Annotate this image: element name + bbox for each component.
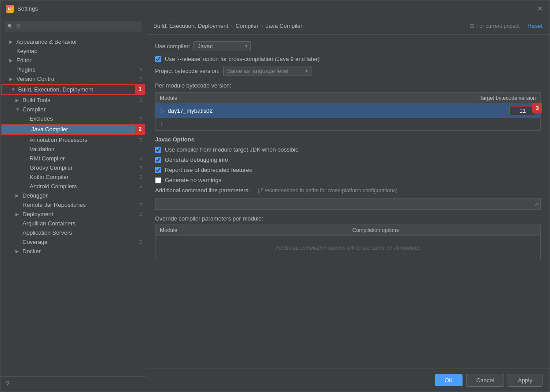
bytecode-version-label: Project bytecode version: [155,68,220,74]
reset-button[interactable]: Reset [527,23,542,29]
sidebar-item-label: Arquillian Containers [23,220,76,227]
sidebar-item-android-compilers[interactable]: Android Compilers ⊡ [0,182,146,191]
page-icon: ⊡ [138,174,142,180]
use-compiler-row: Use compiler: Javac ▼ [155,41,541,51]
page-icon: ⊡ [138,156,142,161]
sidebar-item-label: Appearance & Behavior [16,38,77,45]
sidebar-item-label: RMI Compiler [30,155,64,162]
sidebar-item-label: Java Compiler [31,126,68,133]
expand-arrow: ▶ [15,212,22,217]
footer: OK Cancel Apply [146,369,550,392]
sidebar-item-groovy-compiler[interactable]: Groovy Compiler ⊡ [0,163,146,172]
javac-option-1-checkbox[interactable] [155,147,161,153]
javac-option-2-label: Generate debugging info [165,156,228,163]
javac-option-4-checkbox[interactable] [155,177,161,183]
sidebar-item-docker[interactable]: ▶ Docker [0,247,146,256]
table-row[interactable]: ▷ day17_mybatis02 3 [156,104,541,118]
sidebar-item-label: Deployment [23,211,53,217]
sidebar-item-label: Excludes [30,115,53,122]
add-module-button[interactable]: + [156,120,166,129]
override-col-options: Compilation options [348,225,541,236]
sidebar-item-build-tools[interactable]: ▶ Build Tools ⊡ [0,95,146,105]
ok-button[interactable]: OK [435,374,463,386]
params-input[interactable] [155,198,541,210]
override-table-header: Module Compilation options [156,225,541,236]
release-option-checkbox[interactable] [155,56,161,62]
sidebar-item-plugins[interactable]: Plugins ⊡ [0,65,146,74]
javac-option-3-checkbox[interactable] [155,167,161,173]
sidebar-item-debugger[interactable]: ▶ Debugger [0,191,146,200]
sidebar-item-kotlin-compiler[interactable]: Kotlin Compiler ⊡ [0,172,146,182]
sidebar-item-arquillian[interactable]: Arquillian Containers [0,219,146,228]
page-icon: ⊡ [138,183,142,189]
breadcrumb: Build, Execution, Deployment › Compiler … [146,17,550,35]
sidebar-item-deployment[interactable]: ▶ Deployment ⊡ [0,209,146,219]
sidebar-item-validation[interactable]: Validation [0,145,146,154]
page-icon: ⊡ [138,239,142,245]
search-wrapper [5,21,141,31]
table-header: Module Target bytecode version [156,93,541,104]
settings-window: IJ Settings ✕ ▶ Appearance & Behavior [0,0,550,392]
page-icon: ⊡ [138,116,142,122]
module-name-cell: ▷ day17_mybatis02 [156,104,343,118]
sidebar-item-label: Application Servers [23,229,72,236]
override-table: Module Compilation options Additional co… [155,225,541,260]
sidebar-item-editor[interactable]: ▶ Editor [0,56,146,65]
sidebar-item-version-control[interactable]: ▶ Version Control ⊡ [0,74,146,84]
additional-params-section: Additional command line parameters: ('/'… [155,187,541,210]
settings-body: Use compiler: Javac ▼ Use '--release' op… [146,35,550,369]
breadcrumb-part2: Compiler [235,23,258,29]
javac-option-2-checkbox[interactable] [155,157,161,163]
window-title: Settings [17,5,38,12]
table-controls: + − [155,118,541,131]
breadcrumb-sep2: › [261,23,263,29]
apply-button[interactable]: Apply [508,374,542,387]
sidebar-item-build-exec-deploy[interactable]: ▼ Build, Execution, Deployment [2,85,144,94]
expand-arrow: ▶ [9,76,15,81]
help-button[interactable]: ? [6,380,10,388]
sidebar-item-remote-jar[interactable]: Remote Jar Repositories ⊡ [0,200,146,209]
cancel-button[interactable]: Cancel [466,374,504,387]
params-expand-button[interactable]: ⤢ [535,201,539,207]
page-icon: ⊡ [138,97,142,103]
sidebar-item-java-compiler[interactable]: Java Compiler ⊡ [2,125,144,134]
module-name: day17_mybatis02 [168,107,213,114]
sidebar-item-label: Version Control [16,76,56,82]
release-option-label: Use '--release' option for cross-compila… [165,56,319,62]
compiler-select[interactable]: Javac [193,41,251,51]
sidebar-item-excludes[interactable]: Excludes ⊡ [0,114,146,123]
sidebar-item-rmi-compiler[interactable]: RMI Compiler ⊡ [0,154,146,163]
sidebar-item-keymap[interactable]: Keymap [0,46,146,56]
target-version-input[interactable] [509,106,536,115]
javac-options-title: Javac Options [155,136,541,143]
javac-option-1-label: Use compiler from module target JDK when… [165,146,299,153]
breadcrumb-part1: Build, Execution, Deployment [153,23,228,29]
sidebar-item-label: Validation [30,146,54,152]
breadcrumb-current: Java Compiler [266,23,303,29]
sidebar-item-label: Android Compilers [30,183,77,190]
sidebar-item-label: Annotation Processors [30,137,87,143]
bytecode-version-select[interactable]: Same as language level [223,66,311,76]
sidebar-item-coverage[interactable]: Coverage ⊡ [0,237,146,247]
sidebar-item-label: Keymap [16,48,38,54]
expand-arrow: ▶ [9,39,15,44]
page-icon: ⊡ [127,126,131,132]
sidebar-item-label: Debugger [23,192,48,199]
javac-option-4-label: Generate no warnings [165,177,221,183]
sidebar-item-compiler[interactable]: ▼ Compiler [0,105,146,114]
page-icon: ⊡ [138,165,142,171]
javac-option-2-row: Generate debugging info [155,156,541,163]
override-col-module: Module [156,225,348,236]
close-button[interactable]: ✕ [537,5,544,12]
sidebar-item-app-servers[interactable]: Application Servers [0,228,146,237]
release-option-row: Use '--release' option for cross-compila… [155,56,541,62]
sidebar-item-label: Kotlin Compiler [30,174,68,180]
search-input[interactable] [5,21,141,31]
sidebar-tree: ▶ Appearance & Behavior Keymap ▶ Editor … [0,35,146,376]
expand-arrow: ▼ [15,107,22,112]
javac-option-3-row: Report use of deprecated features [155,167,541,173]
sidebar-item-annotation-processors[interactable]: Annotation Processors ⊡ [0,135,146,145]
override-section: Override compiler parameters per-module:… [155,215,541,260]
sidebar-item-appearance[interactable]: ▶ Appearance & Behavior [0,37,146,46]
remove-module-button[interactable]: − [167,120,176,129]
